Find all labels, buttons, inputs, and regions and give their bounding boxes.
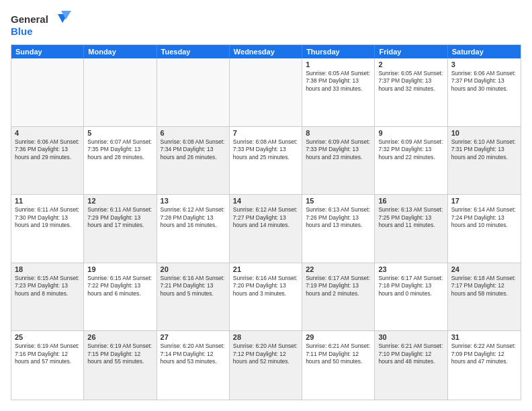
calendar-body: 1Sunrise: 6:05 AM Sunset: 7:38 PM Daylig… <box>11 58 521 400</box>
day-number: 25 <box>15 333 80 341</box>
logo: GeneralBlue <box>11 11 71 38</box>
calendar-week: 4Sunrise: 6:06 AM Sunset: 7:36 PM Daylig… <box>11 127 521 195</box>
day-info: Sunrise: 6:09 AM Sunset: 7:33 PM Dayligh… <box>306 138 371 161</box>
weekday-header: Sunday <box>11 45 84 58</box>
day-number: 22 <box>306 265 371 273</box>
day-info: Sunrise: 6:20 AM Sunset: 7:12 PM Dayligh… <box>233 342 298 365</box>
day-info: Sunrise: 6:12 AM Sunset: 7:28 PM Dayligh… <box>161 206 226 229</box>
calendar-cell: 6Sunrise: 6:08 AM Sunset: 7:34 PM Daylig… <box>157 127 230 195</box>
calendar-cell: 13Sunrise: 6:12 AM Sunset: 7:28 PM Dayli… <box>157 195 230 263</box>
calendar-week: 1Sunrise: 6:05 AM Sunset: 7:38 PM Daylig… <box>11 58 521 127</box>
day-info: Sunrise: 6:18 AM Sunset: 7:17 PM Dayligh… <box>451 275 517 298</box>
svg-text:Blue: Blue <box>11 26 33 37</box>
calendar-cell: 27Sunrise: 6:20 AM Sunset: 7:14 PM Dayli… <box>157 331 230 400</box>
day-info: Sunrise: 6:21 AM Sunset: 7:10 PM Dayligh… <box>378 342 443 365</box>
calendar-week: 18Sunrise: 6:15 AM Sunset: 7:23 PM Dayli… <box>11 263 521 332</box>
calendar-cell: 18Sunrise: 6:15 AM Sunset: 7:23 PM Dayli… <box>11 263 84 331</box>
day-info: Sunrise: 6:08 AM Sunset: 7:33 PM Dayligh… <box>233 138 298 161</box>
day-info: Sunrise: 6:10 AM Sunset: 7:31 PM Dayligh… <box>451 138 517 161</box>
day-info: Sunrise: 6:13 AM Sunset: 7:26 PM Dayligh… <box>306 206 371 229</box>
calendar-cell: 24Sunrise: 6:18 AM Sunset: 7:17 PM Dayli… <box>448 263 521 331</box>
calendar-cell: 14Sunrise: 6:12 AM Sunset: 7:27 PM Dayli… <box>230 195 302 263</box>
day-info: Sunrise: 6:15 AM Sunset: 7:23 PM Dayligh… <box>15 275 80 298</box>
calendar-cell: 8Sunrise: 6:09 AM Sunset: 7:33 PM Daylig… <box>302 127 375 195</box>
calendar-cell: 17Sunrise: 6:14 AM Sunset: 7:24 PM Dayli… <box>448 195 521 263</box>
day-info: Sunrise: 6:11 AM Sunset: 7:29 PM Dayligh… <box>87 206 152 229</box>
day-number: 21 <box>233 265 298 273</box>
day-number: 7 <box>233 129 298 137</box>
day-number: 23 <box>378 265 443 273</box>
calendar-cell: 9Sunrise: 6:09 AM Sunset: 7:32 PM Daylig… <box>375 127 447 195</box>
day-info: Sunrise: 6:22 AM Sunset: 7:09 PM Dayligh… <box>451 342 517 365</box>
day-info: Sunrise: 6:13 AM Sunset: 7:25 PM Dayligh… <box>378 206 443 229</box>
calendar-week: 11Sunrise: 6:11 AM Sunset: 7:30 PM Dayli… <box>11 195 521 263</box>
weekday-header: Friday <box>375 45 447 58</box>
calendar-cell: 7Sunrise: 6:08 AM Sunset: 7:33 PM Daylig… <box>230 127 302 195</box>
day-info: Sunrise: 6:11 AM Sunset: 7:30 PM Dayligh… <box>15 206 80 229</box>
calendar-cell <box>84 58 157 126</box>
day-number: 1 <box>306 60 371 68</box>
day-info: Sunrise: 6:20 AM Sunset: 7:14 PM Dayligh… <box>161 342 226 365</box>
weekday-header: Monday <box>84 45 157 58</box>
logo-icon: GeneralBlue <box>11 11 71 38</box>
day-info: Sunrise: 6:17 AM Sunset: 7:18 PM Dayligh… <box>378 275 443 298</box>
day-number: 19 <box>87 265 152 273</box>
day-info: Sunrise: 6:14 AM Sunset: 7:24 PM Dayligh… <box>451 206 517 229</box>
weekday-header: Tuesday <box>157 45 230 58</box>
day-number: 26 <box>87 333 152 341</box>
day-number: 6 <box>161 129 226 137</box>
calendar-cell: 22Sunrise: 6:17 AM Sunset: 7:19 PM Dayli… <box>302 263 375 331</box>
day-number: 29 <box>306 333 371 341</box>
day-number: 12 <box>87 197 152 205</box>
day-number: 8 <box>306 129 371 137</box>
day-info: Sunrise: 6:06 AM Sunset: 7:36 PM Dayligh… <box>15 138 80 161</box>
calendar-cell: 12Sunrise: 6:11 AM Sunset: 7:29 PM Dayli… <box>84 195 157 263</box>
calendar-cell: 28Sunrise: 6:20 AM Sunset: 7:12 PM Dayli… <box>230 331 302 400</box>
day-number: 4 <box>15 129 80 137</box>
day-number: 24 <box>451 265 517 273</box>
day-number: 27 <box>161 333 226 341</box>
day-number: 2 <box>378 60 443 68</box>
calendar-cell: 29Sunrise: 6:21 AM Sunset: 7:11 PM Dayli… <box>302 331 375 400</box>
calendar-cell: 25Sunrise: 6:19 AM Sunset: 7:16 PM Dayli… <box>11 331 84 400</box>
weekday-header: Wednesday <box>230 45 302 58</box>
day-info: Sunrise: 6:05 AM Sunset: 7:37 PM Dayligh… <box>378 70 443 93</box>
day-number: 9 <box>378 129 443 137</box>
day-info: Sunrise: 6:17 AM Sunset: 7:19 PM Dayligh… <box>306 275 371 298</box>
day-info: Sunrise: 6:15 AM Sunset: 7:22 PM Dayligh… <box>87 275 152 298</box>
calendar-cell: 3Sunrise: 6:06 AM Sunset: 7:37 PM Daylig… <box>448 58 521 126</box>
day-info: Sunrise: 6:06 AM Sunset: 7:37 PM Dayligh… <box>451 70 517 93</box>
header: GeneralBlue <box>11 11 521 38</box>
calendar: SundayMondayTuesdayWednesdayThursdayFrid… <box>11 44 521 400</box>
calendar-cell: 21Sunrise: 6:16 AM Sunset: 7:20 PM Dayli… <box>230 263 302 331</box>
calendar-cell: 15Sunrise: 6:13 AM Sunset: 7:26 PM Dayli… <box>302 195 375 263</box>
calendar-cell: 11Sunrise: 6:11 AM Sunset: 7:30 PM Dayli… <box>11 195 84 263</box>
calendar-cell: 19Sunrise: 6:15 AM Sunset: 7:22 PM Dayli… <box>84 263 157 331</box>
calendar-cell: 30Sunrise: 6:21 AM Sunset: 7:10 PM Dayli… <box>375 331 447 400</box>
calendar-cell: 5Sunrise: 6:07 AM Sunset: 7:35 PM Daylig… <box>84 127 157 195</box>
day-info: Sunrise: 6:07 AM Sunset: 7:35 PM Dayligh… <box>87 138 152 161</box>
day-number: 31 <box>451 333 517 341</box>
day-info: Sunrise: 6:19 AM Sunset: 7:15 PM Dayligh… <box>87 342 152 365</box>
calendar-cell <box>230 58 302 126</box>
day-number: 17 <box>451 197 517 205</box>
calendar-cell: 4Sunrise: 6:06 AM Sunset: 7:36 PM Daylig… <box>11 127 84 195</box>
calendar-header: SundayMondayTuesdayWednesdayThursdayFrid… <box>11 45 521 58</box>
day-info: Sunrise: 6:16 AM Sunset: 7:20 PM Dayligh… <box>233 275 298 298</box>
weekday-header: Saturday <box>448 45 521 58</box>
day-number: 18 <box>15 265 80 273</box>
page: GeneralBlue SundayMondayTuesdayWednesday… <box>0 0 532 411</box>
day-number: 15 <box>306 197 371 205</box>
calendar-cell: 23Sunrise: 6:17 AM Sunset: 7:18 PM Dayli… <box>375 263 447 331</box>
day-number: 14 <box>233 197 298 205</box>
calendar-cell: 26Sunrise: 6:19 AM Sunset: 7:15 PM Dayli… <box>84 331 157 400</box>
weekday-header: Thursday <box>302 45 375 58</box>
day-number: 5 <box>87 129 152 137</box>
calendar-cell: 16Sunrise: 6:13 AM Sunset: 7:25 PM Dayli… <box>375 195 447 263</box>
day-info: Sunrise: 6:08 AM Sunset: 7:34 PM Dayligh… <box>161 138 226 161</box>
svg-text:General: General <box>11 13 48 25</box>
day-info: Sunrise: 6:12 AM Sunset: 7:27 PM Dayligh… <box>233 206 298 229</box>
calendar-week: 25Sunrise: 6:19 AM Sunset: 7:16 PM Dayli… <box>11 331 521 400</box>
day-info: Sunrise: 6:09 AM Sunset: 7:32 PM Dayligh… <box>378 138 443 161</box>
day-number: 3 <box>451 60 517 68</box>
